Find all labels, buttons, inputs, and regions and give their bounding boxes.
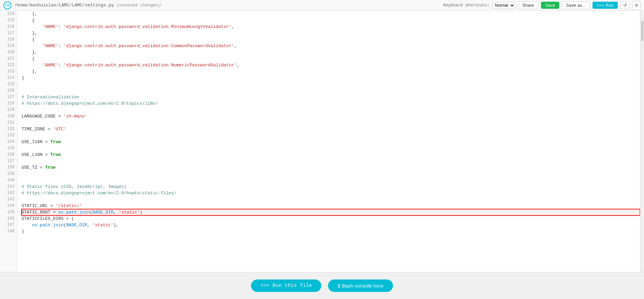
code-line: {	[22, 36, 640, 43]
code-line: 'NAME': 'django.contrib.auth.password_va…	[22, 24, 640, 30]
code-line: # https://docs.djangoproject.com/en/2.0/…	[22, 100, 640, 107]
code-line	[22, 107, 640, 113]
code-line: },	[22, 68, 640, 75]
line-number: 144	[3, 203, 14, 209]
code-line	[22, 88, 640, 94]
keyboard-shortcuts-label: Keyboard shortcuts:	[443, 3, 489, 8]
path-text: /home/baohuixiao/LAMC/LAMC/settings.py	[14, 3, 114, 8]
code-line: # Static files (CSS, JavaScript, Images)	[22, 184, 640, 190]
topbar-actions: Keyboard shortcuts: Normal Share Save Sa…	[443, 1, 641, 10]
line-number: 136	[3, 152, 14, 158]
line-number: 119	[3, 43, 14, 49]
line-number: 117	[3, 30, 14, 36]
code-line: )	[22, 228, 640, 235]
line-number: 133	[3, 132, 14, 139]
scrollbar[interactable]	[640, 11, 644, 272]
line-number: 120	[3, 49, 14, 56]
line-number: 147	[3, 222, 14, 228]
code-line	[22, 171, 640, 177]
line-number: 131	[3, 120, 14, 126]
line-number: 132	[3, 126, 14, 132]
code-line	[22, 145, 640, 152]
line-number: 139	[3, 171, 14, 177]
file-path: /home/baohuixiao/LAMC/LAMC/settings.py (…	[14, 3, 443, 8]
line-number: 142	[3, 190, 14, 196]
line-number: 145	[3, 209, 14, 215]
line-number: 146	[3, 215, 14, 222]
code-line: {	[22, 17, 640, 24]
code-line: {	[22, 56, 640, 62]
code-line	[22, 158, 640, 164]
code-line: },	[22, 49, 640, 56]
bottom-bar: >>> Run this file $ Bash console here	[0, 272, 644, 299]
run-button[interactable]: >>> Run	[593, 2, 617, 9]
line-number: 134	[3, 139, 14, 145]
line-number: 141	[3, 184, 14, 190]
line-number: 143	[3, 196, 14, 203]
line-number: 148	[3, 228, 14, 235]
code-line: USE_I18N = True	[22, 139, 640, 145]
bash-console-button[interactable]: $ Bash console here	[328, 279, 393, 292]
code-line: # Internationalization	[22, 94, 640, 100]
line-number: 122	[3, 62, 14, 68]
line-number: 140	[3, 177, 14, 184]
line-number: 126	[3, 88, 14, 94]
line-number: 114	[3, 11, 14, 17]
line-number: 135	[3, 145, 14, 152]
line-number: 115	[3, 17, 14, 24]
code-line: USE_TZ = True	[22, 164, 640, 171]
refresh-button[interactable]: ↺	[620, 1, 630, 9]
line-number: 128	[3, 100, 14, 107]
code-line: STATIC_ROOT = os.path.join(BASE_DIR, 'st…	[22, 209, 640, 215]
editor-container: 1141151161171181191201211221231241251261…	[0, 11, 644, 272]
line-number: 124	[3, 75, 14, 81]
line-numbers: 1141151161171181191201211221231241251261…	[0, 11, 17, 272]
code-line	[22, 132, 640, 139]
code-line: 'NAME': 'django.contrib.auth.password_va…	[22, 62, 640, 68]
line-number: 130	[3, 113, 14, 120]
line-number: 121	[3, 56, 14, 62]
line-number: 125	[3, 81, 14, 88]
code-line	[22, 120, 640, 126]
code-area[interactable]: }, { 'NAME': 'django.contrib.auth.passwo…	[17, 11, 640, 272]
save-as-button[interactable]: Save as...	[562, 1, 590, 9]
run-this-file-button[interactable]: >>> Run this file	[251, 279, 321, 292]
code-line: },	[22, 11, 640, 17]
code-line: ]	[22, 75, 640, 81]
unsaved-indicator: (unsaved changes)	[116, 3, 161, 8]
font-size-select[interactable]: Normal	[492, 2, 515, 9]
scrollbar-thumb	[641, 21, 644, 41]
code-line: TIME_ZONE = 'UTC'	[22, 126, 640, 132]
line-number: 137	[3, 158, 14, 164]
code-line: os.path.join(BASE_DIR, 'static'),	[22, 222, 640, 228]
code-line: 'NAME': 'django.contrib.auth.password_va…	[22, 43, 640, 49]
share-button[interactable]: Share	[518, 1, 538, 9]
line-number: 116	[3, 24, 14, 30]
save-button[interactable]: Save	[541, 2, 559, 9]
code-line: USE_L10N = True	[22, 152, 640, 158]
code-line: # https://docs.djangoproject.com/en/2.0/…	[22, 190, 640, 196]
code-line: STATIC_URL = '/static/'	[22, 203, 640, 209]
line-number: 118	[3, 36, 14, 43]
svg-text:PA: PA	[5, 4, 10, 7]
line-number: 127	[3, 94, 14, 100]
code-line	[22, 81, 640, 88]
code-line: STATICFILES_DIRS = (	[22, 215, 640, 222]
line-number: 138	[3, 164, 14, 171]
menu-button[interactable]: ≡	[632, 1, 641, 10]
line-number: 129	[3, 107, 14, 113]
code-line	[22, 177, 640, 184]
line-number: 123	[3, 68, 14, 75]
code-line: },	[22, 30, 640, 36]
code-line: LANGUAGE_CODE = 'zh-Hans'	[22, 113, 640, 120]
topbar: PA /home/baohuixiao/LAMC/LAMC/settings.p…	[0, 0, 644, 11]
code-line	[22, 196, 640, 203]
site-logo: PA	[3, 1, 11, 9]
